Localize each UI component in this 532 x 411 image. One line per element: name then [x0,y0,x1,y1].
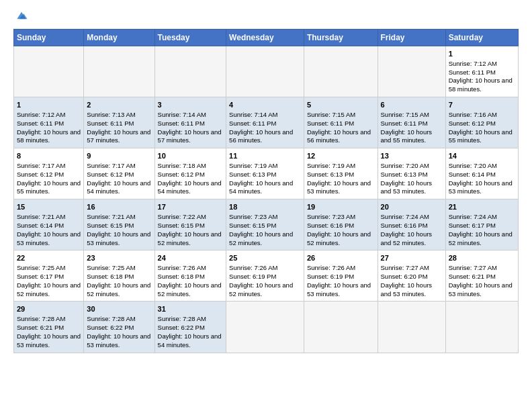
calendar-cell: 26Sunrise: 7:26 AMSunset: 6:19 PMDayligh… [304,250,378,302]
header-row: Sunday Monday Tuesday Wednesday Thursday… [14,30,519,46]
daylight-text: Daylight: 10 hours and 53 minutes. [87,332,151,350]
day-number: 4 [229,100,301,110]
sunset-text: Sunset: 6:14 PM [17,222,81,230]
sunrise-text: Sunrise: 7:23 AM [307,213,375,222]
col-friday: Friday [378,30,445,46]
calendar-cell: 31Sunrise: 7:28 AMSunset: 6:22 PMDayligh… [154,302,226,353]
sunset-text: Sunset: 6:16 PM [381,222,443,230]
sunset-text: Sunset: 6:15 PM [87,222,151,230]
daylight-text: Daylight: 10 hours and 57 minutes. [158,128,224,146]
daylight-text: Daylight: 10 hours and 53 minutes. [381,179,443,197]
sunrise-text: Sunrise: 7:19 AM [229,162,301,171]
sunset-text: Sunset: 6:21 PM [17,324,81,332]
sunrise-text: Sunrise: 7:26 AM [229,264,301,273]
sunset-text: Sunset: 6:15 PM [158,222,224,230]
day-number: 31 [158,304,224,314]
calendar-cell: 3Sunrise: 7:14 AMSunset: 6:11 PMDaylight… [154,97,226,148]
day-number: 13 [381,151,443,161]
sunset-text: Sunset: 6:13 PM [229,171,301,179]
daylight-text: Daylight: 10 hours and 57 minutes. [87,128,151,146]
calendar-cell: 9Sunrise: 7:17 AMSunset: 6:12 PMDaylight… [84,148,154,199]
day-number: 30 [87,304,151,314]
sunset-text: Sunset: 6:12 PM [87,171,151,179]
sunrise-text: Sunrise: 7:16 AM [449,111,515,120]
daylight-text: Daylight: 10 hours and 52 minutes. [449,230,515,248]
daylight-text: Daylight: 10 hours and 56 minutes. [307,128,375,146]
daylight-text: Daylight: 10 hours and 56 minutes. [229,128,301,146]
daylight-text: Daylight: 10 hours and 53 minutes. [449,281,515,299]
sunrise-text: Sunrise: 7:15 AM [381,111,443,120]
calendar-cell: 17Sunrise: 7:22 AMSunset: 6:15 PMDayligh… [154,199,226,250]
calendar-cell: 8Sunrise: 7:17 AMSunset: 6:12 PMDaylight… [14,148,84,199]
sunset-text: Sunset: 6:18 PM [87,273,151,281]
calendar-cell [226,302,304,353]
sunrise-text: Sunrise: 7:13 AM [87,111,151,120]
sunrise-text: Sunrise: 7:19 AM [307,162,375,171]
sunrise-text: Sunrise: 7:24 AM [381,213,443,222]
day-number: 2 [87,100,151,110]
calendar-cell: 25Sunrise: 7:26 AMSunset: 6:19 PMDayligh… [226,250,304,302]
calendar-cell: 24Sunrise: 7:26 AMSunset: 6:18 PMDayligh… [154,250,226,302]
daylight-text: Daylight: 10 hours and 53 minutes. [17,332,81,350]
sunset-text: Sunset: 6:13 PM [307,171,375,179]
calendar-cell: 13Sunrise: 7:20 AMSunset: 6:13 PMDayligh… [378,148,445,199]
calendar-week-2: 8Sunrise: 7:17 AMSunset: 6:12 PMDaylight… [14,148,519,199]
daylight-text: Daylight: 10 hours and 58 minutes. [17,128,81,146]
calendar-cell: 5Sunrise: 7:15 AMSunset: 6:11 PMDaylight… [304,97,378,148]
sunrise-text: Sunrise: 7:20 AM [381,162,443,171]
sunset-text: Sunset: 6:22 PM [87,324,151,332]
day-number: 27 [381,253,443,263]
day-number: 16 [87,202,151,212]
calendar-cell [304,302,378,353]
logo-icon [15,9,28,22]
calendar-cell: 11Sunrise: 7:19 AMSunset: 6:13 PMDayligh… [226,148,304,199]
sunset-text: Sunset: 6:12 PM [449,120,515,128]
calendar-cell [445,302,518,353]
day-number: 5 [307,100,375,110]
sunrise-text: Sunrise: 7:24 AM [449,213,515,222]
calendar-cell [378,46,445,97]
sunset-text: Sunset: 6:11 PM [381,120,443,128]
day-number: 1 [17,100,81,110]
calendar-cell: 7Sunrise: 7:16 AMSunset: 6:12 PMDaylight… [445,97,518,148]
daylight-text: Daylight: 10 hours and 53 minutes. [17,230,81,248]
daylight-text: Daylight: 10 hours and 52 minutes. [229,230,301,248]
daylight-text: Daylight: 10 hours and 53 minutes. [381,281,443,299]
daylight-text: Daylight: 10 hours and 52 minutes. [158,230,224,248]
daylight-text: Daylight: 10 hours and 55 minutes. [381,128,443,146]
calendar-cell: 30Sunrise: 7:28 AMSunset: 6:22 PMDayligh… [84,302,154,353]
calendar-cell [14,46,84,97]
day-number: 26 [307,253,375,263]
daylight-text: Daylight: 10 hours and 54 minutes. [158,179,224,197]
calendar-cell: 29Sunrise: 7:28 AMSunset: 6:21 PMDayligh… [14,302,84,353]
day-number: 3 [158,100,224,110]
sunset-text: Sunset: 6:12 PM [158,171,224,179]
day-number: 15 [17,202,81,212]
col-thursday: Thursday [304,30,378,46]
calendar-cell: 28Sunrise: 7:27 AMSunset: 6:21 PMDayligh… [445,250,518,302]
daylight-text: Daylight: 10 hours and 52 minutes. [307,230,375,248]
col-saturday: Saturday [445,30,518,46]
sunrise-text: Sunrise: 7:26 AM [158,264,224,273]
sunset-text: Sunset: 6:15 PM [229,222,301,230]
calendar-cell: 16Sunrise: 7:21 AMSunset: 6:15 PMDayligh… [84,199,154,250]
sunrise-text: Sunrise: 7:25 AM [87,264,151,273]
sunrise-text: Sunrise: 7:14 AM [158,111,224,120]
col-tuesday: Tuesday [154,30,226,46]
calendar-cell: 18Sunrise: 7:23 AMSunset: 6:15 PMDayligh… [226,199,304,250]
sunrise-text: Sunrise: 7:25 AM [17,264,81,273]
calendar-cell: 15Sunrise: 7:21 AMSunset: 6:14 PMDayligh… [14,199,84,250]
day-number: 29 [17,304,81,314]
sunrise-text: Sunrise: 7:27 AM [449,264,515,273]
day-number: 17 [158,202,224,212]
calendar-cell: 22Sunrise: 7:25 AMSunset: 6:17 PMDayligh… [14,250,84,302]
sunrise-text: Sunrise: 7:23 AM [229,213,301,222]
sunset-text: Sunset: 6:11 PM [307,120,375,128]
sunrise-text: Sunrise: 7:28 AM [17,315,81,324]
calendar-cell: 12Sunrise: 7:19 AMSunset: 6:13 PMDayligh… [304,148,378,199]
day-number: 14 [449,151,515,161]
sunrise-text: Sunrise: 7:17 AM [17,162,81,171]
daylight-text: Daylight: 10 hours and 54 minutes. [87,179,151,197]
calendar-cell [84,46,154,97]
calendar-week-3: 15Sunrise: 7:21 AMSunset: 6:14 PMDayligh… [14,199,519,250]
